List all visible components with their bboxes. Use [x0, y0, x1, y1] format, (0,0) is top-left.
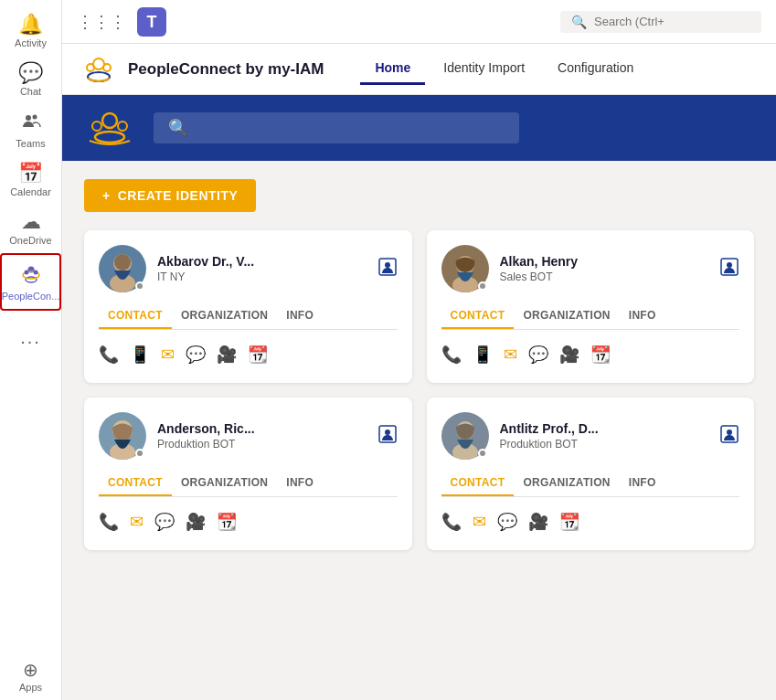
card-2-tab-info[interactable]: INFO [620, 303, 665, 329]
card-4-tabs: CONTACT ORGANIZATION INFO [441, 471, 740, 497]
card-3-chat-icon[interactable]: 💬 [154, 512, 175, 532]
top-bar: ⋮⋮⋮ T 🔍 [62, 0, 776, 44]
card-1-calendar-icon[interactable]: 📆 [248, 345, 268, 365]
card-4-actions: 📞 ✉ 💬 🎥 📆 [441, 508, 740, 536]
card-3-actions: 📞 ✉ 💬 🎥 📆 [99, 508, 398, 536]
card-4-tab-contact[interactable]: CONTACT [441, 471, 515, 496]
svg-text:T: T [147, 13, 157, 31]
card-1-info: Akbarov Dr., V... IT NY [157, 254, 367, 283]
search-bar[interactable]: 🔍 [560, 11, 761, 33]
nav-item-activity[interactable]: 🔔 Activity [0, 7, 61, 56]
card-1-email-icon[interactable]: ✉ [161, 345, 175, 365]
card-3-video-icon[interactable]: 🎥 [186, 512, 206, 532]
card-2-video-icon[interactable]: 🎥 [559, 345, 579, 365]
card-2-tab-contact[interactable]: CONTACT [441, 303, 515, 329]
card-4-email-icon[interactable]: ✉ [473, 512, 486, 532]
nav-configuration[interactable]: Configuration [543, 53, 648, 85]
card-4-tab-info[interactable]: INFO [620, 471, 665, 496]
card-2-phone-icon[interactable]: 📞 [441, 345, 462, 365]
card-4-dept: Produktion BOT [500, 438, 709, 451]
card-2-status-dot [478, 281, 487, 291]
card-1-chat-icon[interactable]: 💬 [186, 345, 206, 365]
card-1-tab-info[interactable]: INFO [277, 303, 323, 329]
card-2-chat-icon[interactable]: 💬 [528, 345, 548, 365]
nav-label-chat: Chat [20, 86, 41, 97]
card-2-email-icon[interactable]: ✉ [504, 345, 517, 365]
app-grid-icon[interactable]: ⋮⋮⋮ [77, 12, 126, 32]
card-2-mobile-icon[interactable]: 📱 [473, 345, 493, 365]
nav-home[interactable]: Home [360, 53, 425, 85]
banner-logo-icon [84, 106, 135, 150]
card-3-phone-icon[interactable]: 📞 [99, 512, 119, 532]
svg-point-11 [103, 64, 111, 71]
card-2-profile-icon[interactable] [719, 257, 739, 281]
create-identity-button[interactable]: + CREATE IDENTITY [84, 179, 256, 212]
card-4-profile-icon[interactable] [719, 424, 739, 449]
nav-item-chat[interactable]: 💬 Chat [0, 56, 61, 104]
card-1-mobile-icon[interactable]: 📱 [130, 345, 150, 365]
card-2-calendar-icon[interactable]: 📆 [590, 345, 611, 365]
card-4-chat-icon[interactable]: 💬 [497, 512, 517, 532]
card-3-info: Anderson, Ric... Produktion BOT [157, 421, 367, 451]
nav-item-more[interactable]: ... [0, 311, 61, 365]
card-3-email-icon[interactable]: ✉ [130, 512, 144, 532]
nav-label-apps: Apps [19, 682, 42, 693]
nav-identity-import[interactable]: Identity Import [429, 53, 539, 85]
card-2-info: Alkan, Henry Sales BOT [500, 254, 709, 283]
svg-point-21 [385, 262, 390, 268]
svg-point-29 [385, 430, 390, 435]
card-3-tab-contact[interactable]: CONTACT [99, 471, 172, 496]
card-3-profile-icon[interactable] [377, 424, 398, 449]
card-2-avatar-wrap [441, 245, 489, 292]
card-3-avatar-wrap [99, 412, 146, 460]
activity-icon: 🔔 [18, 15, 43, 35]
card-4-tab-organization[interactable]: ORGANIZATION [514, 471, 619, 496]
card-1-tabs: CONTACT ORGANIZATION INFO [99, 303, 398, 330]
svg-point-16 [95, 132, 124, 143]
card-4-video-icon[interactable]: 🎥 [528, 512, 548, 532]
card-1-name: Akbarov Dr., V... [157, 254, 367, 269]
card-3-tab-organization[interactable]: ORGANIZATION [172, 471, 277, 496]
card-4-name: Antlitz Prof., D... [500, 421, 709, 436]
card-1-header: Akbarov Dr., V... IT NY [99, 245, 398, 292]
svg-point-33 [727, 430, 732, 435]
card-2-header: Alkan, Henry Sales BOT [441, 245, 740, 292]
card-3-tab-info[interactable]: INFO [277, 471, 323, 496]
card-3-dept: Produktion BOT [157, 438, 367, 451]
card-1-profile-icon[interactable] [377, 257, 398, 281]
app-nav: Home Identity Import Configuration [360, 53, 648, 85]
svg-point-6 [33, 270, 37, 275]
nav-item-calendar[interactable]: 📅 Calendar [0, 156, 61, 205]
nav-item-onedrive[interactable]: ☁ OneDrive [0, 205, 61, 253]
onedrive-icon: ☁ [21, 212, 41, 232]
card-4-calendar-icon[interactable]: 📆 [559, 512, 579, 532]
contact-card-2: Alkan, Henry Sales BOT CONTACT ORGANIZAT… [427, 230, 755, 383]
card-1-video-icon[interactable]: 🎥 [217, 345, 237, 365]
banner-search-icon: 🔍 [168, 118, 188, 138]
card-1-tab-organization[interactable]: ORGANIZATION [172, 303, 277, 329]
card-2-tab-organization[interactable]: ORGANIZATION [514, 303, 619, 329]
card-4-info: Antlitz Prof., D... Produktion BOT [500, 421, 709, 451]
search-input[interactable] [594, 15, 740, 28]
search-icon: 🔍 [571, 15, 587, 29]
nav-item-apps[interactable]: ⊕ Apps [0, 653, 61, 700]
card-4-phone-icon[interactable]: 📞 [441, 512, 462, 532]
contact-card-4: Antlitz Prof., D... Produktion BOT CONTA… [427, 398, 755, 550]
teams-icon [21, 111, 41, 135]
card-1-avatar-wrap [99, 245, 146, 292]
contact-card-1: Akbarov Dr., V... IT NY CONTACT ORGANIZA… [84, 230, 412, 383]
nav-label-peopleconn: PeopleCon... [2, 291, 60, 302]
nav-item-peopleconn[interactable]: PeopleCon... [0, 253, 61, 311]
card-1-tab-contact[interactable]: CONTACT [99, 303, 172, 329]
card-4-header: Antlitz Prof., D... Produktion BOT [441, 412, 740, 460]
nav-label-onedrive: OneDrive [9, 235, 51, 246]
banner-search-bar[interactable]: 🔍 [154, 112, 519, 143]
nav-item-teams[interactable]: Teams [0, 104, 61, 156]
peopleconn-icon [20, 262, 42, 288]
card-1-phone-icon[interactable]: 📞 [99, 345, 119, 365]
content-area: + CREATE IDENTITY [62, 161, 776, 700]
nav-label-activity: Activity [15, 37, 47, 48]
card-3-calendar-icon[interactable]: 📆 [217, 512, 237, 532]
svg-point-13 [102, 113, 117, 128]
card-2-tabs: CONTACT ORGANIZATION INFO [441, 303, 740, 330]
